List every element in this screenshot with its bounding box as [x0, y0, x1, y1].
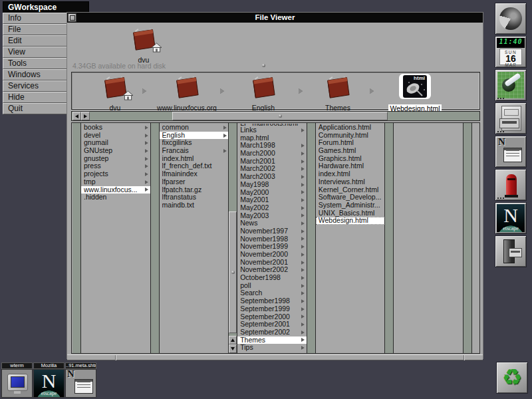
scrollbar-knob[interactable] [229, 211, 237, 333]
file-item-poll[interactable]: poll [237, 282, 307, 290]
shelf-item-english[interactable]: English [233, 74, 293, 112]
file-item-november2002[interactable]: November2002 [237, 266, 307, 274]
file-item-lfpatch-tar-gz[interactable]: lfpatch.tar.gz [160, 186, 229, 194]
miniwindow-wterm[interactable]: wterm [1, 362, 33, 398]
file-item-interviews-html[interactable]: Interviews.html [316, 178, 385, 186]
file-item-hardware-html[interactable]: Hardware.html [316, 162, 385, 170]
shelf-item-webdesign-html[interactable]: htmlWebdesign.html [385, 74, 445, 114]
file-item-september2002[interactable]: September2002 [237, 329, 307, 336]
file-item-september1999[interactable]: September1999 [237, 305, 307, 313]
file-item-may2003[interactable]: May2003 [237, 212, 307, 220]
file-item-webdesign-html[interactable]: Webdesign.html [316, 217, 385, 225]
column-scrollbar[interactable] [464, 123, 472, 353]
file-item-march1998[interactable]: March1998 [237, 142, 307, 150]
file-item-lfmainindex[interactable]: lfmainindex [160, 170, 229, 178]
dock-tile-file-cabinet[interactable] [495, 102, 527, 134]
file-item-gnustep[interactable]: GNUstep [81, 147, 150, 155]
file-item-lftranstatus[interactable]: lftranstatus [160, 194, 229, 201]
file-item-www-linuxfocus[interactable]: www.linuxfocus... [81, 186, 150, 194]
column-scrollbar[interactable] [385, 123, 394, 353]
file-item-lfparser[interactable]: lfparser [160, 178, 229, 186]
dock-tile-gworkspace-tower[interactable] [495, 235, 527, 267]
dock-tile-gnustep-sphere[interactable] [495, 3, 527, 35]
dock-tile-mini-page[interactable]: N [495, 136, 527, 168]
file-item-september1998[interactable]: September1998 [237, 297, 307, 305]
file-item-tmp[interactable]: tmp [81, 178, 150, 186]
file-item-gnumail[interactable]: gnumail [81, 139, 150, 147]
miniaturize-button[interactable] [68, 13, 76, 22]
file-item-games-html[interactable]: Games.html [316, 147, 385, 155]
current-folder-icon[interactable] [126, 26, 161, 53]
file-item-hidden[interactable]: .hidden [81, 194, 150, 201]
shelf-item-www-linuxfocus-org[interactable]: www.linuxfocus.org [157, 74, 217, 112]
file-item-march2003[interactable]: March2003 [237, 173, 307, 181]
file-item-fixcgilinks[interactable]: fixcgilinks [160, 139, 229, 147]
file-item-map-html[interactable]: map.html [237, 134, 307, 142]
file-item-links[interactable]: Links [237, 126, 307, 134]
scrollbar-knob[interactable] [172, 112, 388, 120]
file-item-projects[interactable]: projects [81, 170, 150, 178]
file-item-kernel-corner-html[interactable]: Kernel_Corner.html [316, 186, 385, 194]
file-item-francais[interactable]: Francais [160, 147, 229, 155]
file-item-software-develop[interactable]: Software_Develop... [316, 194, 385, 201]
file-item-november2000[interactable]: November2000 [237, 251, 307, 259]
shelf-item-themes[interactable]: Themes [308, 74, 368, 112]
file-item-applications-html[interactable]: Applications.html [316, 124, 385, 132]
dock-tile-postbox[interactable] [495, 169, 527, 201]
file-item-press[interactable]: press [81, 162, 150, 170]
file-item-english[interactable]: English [160, 132, 229, 140]
file-item-search[interactable]: Search [237, 289, 307, 297]
file-item-community-html[interactable]: Community.html [316, 132, 385, 140]
dock-tile-graphics-app[interactable] [495, 69, 527, 101]
file-item-lf-french-def-txt[interactable]: lf_french_def.txt [160, 162, 229, 170]
file-item-forum-html[interactable]: Forum.html [316, 139, 385, 147]
file-item-themes[interactable]: Themes [237, 336, 307, 344]
file-item-may2001[interactable]: May2001 [237, 196, 307, 204]
file-item-tips[interactable]: Tips [237, 344, 307, 352]
file-item-march2001[interactable]: March2001 [237, 158, 307, 166]
file-item-books[interactable]: books [81, 124, 150, 132]
file-item-gnustep[interactable]: gnustep [81, 155, 150, 163]
file-item-september2000[interactable]: September2000 [237, 313, 307, 321]
recycler-dock-icon[interactable]: ♻ [496, 362, 528, 394]
file-item-november1997[interactable]: November1997 [237, 227, 307, 235]
column-scrollbar[interactable] [151, 123, 160, 353]
file-item-may2002[interactable]: May2002 [237, 204, 307, 212]
column-scrollbar[interactable] [72, 123, 81, 353]
scroll-left-button[interactable] [72, 112, 81, 120]
scroll-up-button[interactable] [229, 336, 237, 344]
column-scrollbar[interactable] [307, 123, 316, 353]
file-item-march2000[interactable]: March2000 [237, 150, 307, 158]
file-item-may1998[interactable]: May1998 [237, 181, 307, 189]
file-item-index-html[interactable]: index.html [160, 155, 229, 163]
file-item-news[interactable]: News [237, 219, 307, 227]
current-folder[interactable]: dvu [124, 26, 164, 64]
dock-tile-clock[interactable]: 11:40SUN16MAR [495, 36, 527, 68]
scroll-down-button[interactable] [229, 344, 237, 353]
file-item-index-html[interactable]: index.html [316, 170, 385, 178]
file-item-november1999[interactable]: November1999 [237, 243, 307, 251]
scroll-right-button[interactable] [81, 112, 90, 120]
file-item-september2001[interactable]: September2001 [237, 321, 307, 329]
file-item-october1998[interactable]: October1998 [237, 274, 307, 282]
miniwindow-mozilla[interactable]: MozillaNetscape [33, 362, 65, 398]
file-item-march2002[interactable]: March2002 [237, 165, 307, 173]
file-item-november2001[interactable]: November2001 [237, 259, 307, 267]
file-item-graphics-html[interactable]: Graphics.html [316, 155, 385, 163]
file-item-may2000[interactable]: May2000 [237, 189, 307, 197]
miniwindow-91-meta-shtml[interactable]: ..91.meta.shtmlN [65, 362, 96, 398]
column-scrollbar[interactable] [229, 123, 237, 353]
shelf-item-dvu[interactable]: dvu [85, 74, 145, 112]
splitview-handle[interactable] [262, 64, 265, 67]
dock-tile-netscape[interactable]: Netscape [495, 202, 527, 234]
file-item-common[interactable]: common [160, 124, 229, 132]
file-item-unix-basics-html[interactable]: UNIX_Basics.html [316, 209, 385, 217]
file-item-system-administr[interactable]: System_Administr... [316, 201, 385, 209]
shelf-scrollbar[interactable] [71, 111, 480, 121]
menu-title[interactable]: GWorkspace [3, 1, 89, 13]
window-resize-bar[interactable] [67, 354, 483, 360]
file-item-maindb-txt[interactable]: maindb.txt [160, 201, 229, 209]
file-item-devel[interactable]: devel [81, 132, 150, 140]
file-item-november1998[interactable]: November1998 [237, 235, 307, 243]
window-titlebar[interactable]: File Viewer [67, 13, 483, 23]
